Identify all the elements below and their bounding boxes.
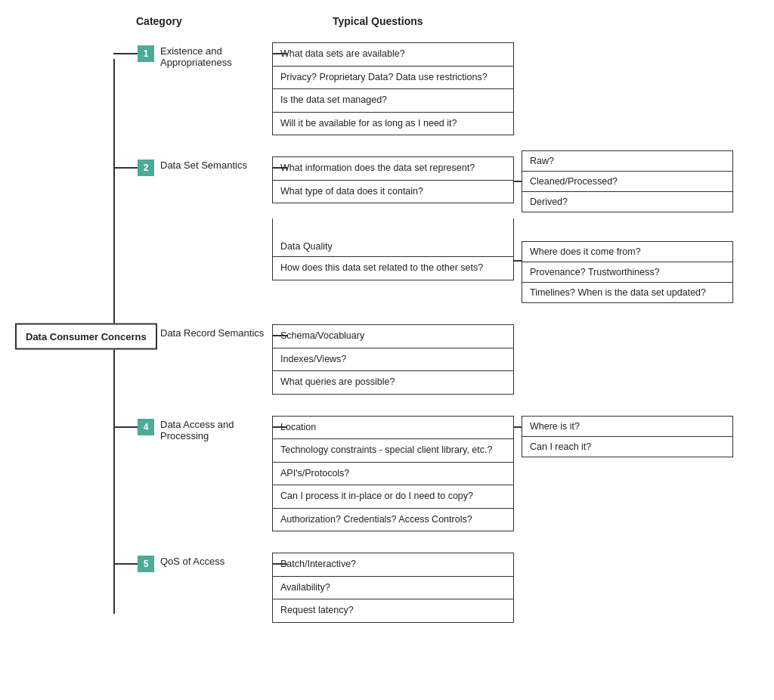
q4-2: Technology constraints - special client … <box>273 439 513 462</box>
q4-5: Authorization? Credentials? Access Contr… <box>273 509 513 531</box>
cat5-h-line <box>272 563 287 565</box>
q5-2: Availability? <box>273 577 513 600</box>
questions-area-1: What data sets are available? Privacy? P… <box>272 42 771 135</box>
cat3-h-line <box>272 335 287 336</box>
q3-3: What queries are possible? <box>273 371 513 394</box>
sub2-1-1: Raw? <box>522 151 732 172</box>
q2-2: What type of data does it contain? <box>273 181 513 203</box>
q1-4: Will it be available for as long as I ne… <box>273 113 513 135</box>
badge-2: 2 <box>138 160 154 176</box>
category-header: Category <box>136 15 302 27</box>
headers-row: Category Typical Questions <box>15 15 771 27</box>
category-name-4: Data Access and Processing <box>160 419 272 441</box>
q4-3: API's/Protocols? <box>273 463 513 486</box>
category-name-1: Existence and Appropriateness <box>160 45 272 68</box>
category-label-2: 2 Data Set Semantics <box>113 156 272 176</box>
category-label-4: 4 Data Access and Processing <box>113 416 272 441</box>
main-container: Category Typical Questions Data Consumer… <box>15 15 771 630</box>
sub2-1-2: Cleaned/Processed? <box>522 172 732 192</box>
h-connector-1 <box>113 53 138 54</box>
q5-3: Request latency? <box>273 599 513 622</box>
q4-1: Location <box>273 417 513 440</box>
cat2-top-row: What information does the data set repre… <box>272 156 771 218</box>
category-label-5: 5 QoS of Access <box>113 553 272 572</box>
sub2-2-2: Provenance? Trustworthiness? <box>522 262 732 283</box>
q5-1: Batch/Interactive? <box>273 553 513 577</box>
h-connector-5 <box>113 563 138 565</box>
cat2-sub-box-1: Raw? Cleaned/Processed? Derived? <box>522 150 733 212</box>
q2-4: How does this data set related to the ot… <box>273 257 513 280</box>
cat4-sub-connector <box>514 426 522 428</box>
cat4-q-box-top: Location Technology constraints - specia… <box>272 416 514 463</box>
category-name-5: QoS of Access <box>160 556 224 567</box>
cat2-q-box-top: What information does the data set repre… <box>272 156 514 203</box>
h-connector-4 <box>113 426 138 428</box>
category-name-2: Data Set Semantics <box>160 160 247 171</box>
badge-5: 5 <box>138 556 154 572</box>
sub4-2: Can I reach it? <box>522 437 732 457</box>
category-label-1: 1 Existence and Appropriateness <box>113 42 272 68</box>
sub2-2-1: Where does it come from? <box>522 242 732 262</box>
cat1-h-line <box>272 53 287 54</box>
questions-header: Typical Questions <box>333 15 574 27</box>
sub2-2-3: Timelines? When is the data set updated? <box>522 283 732 302</box>
questions-box-1: What data sets are available? Privacy? P… <box>272 42 514 135</box>
category-row-5: 5 QoS of Access Batch/Interactive? Avail… <box>113 553 771 623</box>
category-row-1: 1 Existence and Appropriateness What dat… <box>113 42 771 135</box>
q2-3: Data Quality <box>273 218 513 257</box>
category-row-4: 4 Data Access and Processing Location Te… <box>113 416 771 532</box>
category-name-3: Data Record Semantics <box>160 327 264 339</box>
questions-box-5: Batch/Interactive? Availability? Request… <box>272 553 514 623</box>
cat2-bottom-row: Data Quality How does this data set rela… <box>272 218 771 303</box>
sub4-1: Where is it? <box>522 417 732 437</box>
q3-2: Indexes/Views? <box>273 348 513 372</box>
diagram-area: Data Consumer Concerns 1 Existence and A… <box>15 42 771 630</box>
q4-4: Can I process it in-place or do I need t… <box>273 485 513 509</box>
h-connector-2 <box>113 167 138 169</box>
category-row-2: 2 Data Set Semantics What information do… <box>113 156 771 303</box>
questions-area-5: Batch/Interactive? Availability? Request… <box>272 553 771 623</box>
cat4-top: Location Technology constraints - specia… <box>272 416 771 463</box>
questions-area-3: Schema/Vocabluary Indexes/Views? What qu… <box>272 324 771 395</box>
q1-2: Privacy? Proprietary Data? Data use rest… <box>273 67 513 90</box>
content-area: 1 Existence and Appropriateness What dat… <box>113 42 771 630</box>
cat4-sub-box: Where is it? Can I reach it? <box>522 416 733 457</box>
cat4-q-box-bottom: API's/Protocols? Can I process it in-pla… <box>272 463 514 532</box>
questions-area-2: What information does the data set repre… <box>272 156 771 303</box>
q2-1: What information does the data set repre… <box>273 157 513 181</box>
cat2-sub1-connector <box>514 181 522 182</box>
cat2-sub2-connector <box>514 260 522 262</box>
questions-area-4: Location Technology constraints - specia… <box>272 416 771 532</box>
questions-box-3: Schema/Vocabluary Indexes/Views? What qu… <box>272 324 514 395</box>
sub2-1-3: Derived? <box>522 192 732 212</box>
left-label: Data Consumer Concerns <box>15 323 157 349</box>
q1-1: What data sets are available? <box>273 43 513 67</box>
cat2-q-box-bottom: Data Quality How does this data set rela… <box>272 218 514 280</box>
cat2-sub-box-2: Where does it come from? Provenance? Tru… <box>522 241 733 303</box>
q3-1: Schema/Vocabluary <box>273 325 513 348</box>
category-row-3: 3 Data Record Semantics Schema/Vocabluar… <box>113 324 771 395</box>
badge-4: 4 <box>138 419 154 435</box>
q1-3: Is the data set managed? <box>273 89 513 113</box>
badge-1: 1 <box>138 45 154 62</box>
